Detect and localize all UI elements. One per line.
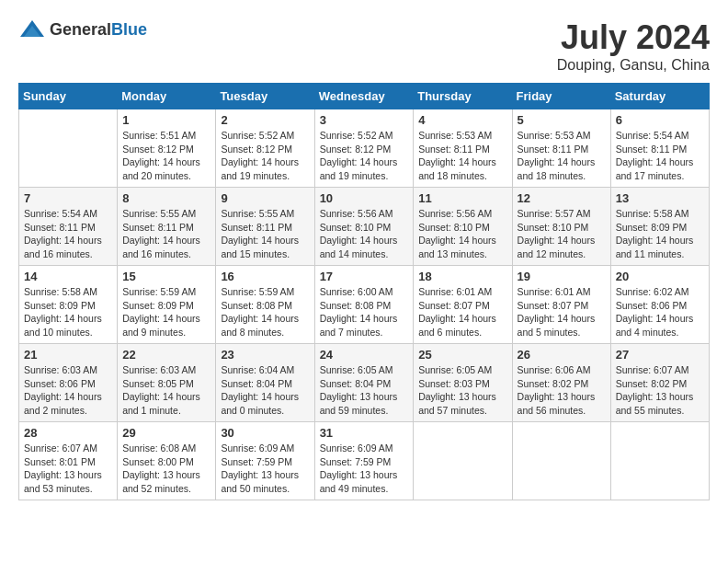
header-friday: Friday (512, 84, 610, 109)
day-info: Sunrise: 6:00 AMSunset: 8:08 PMDaylight:… (320, 285, 409, 339)
day-info: Sunrise: 5:59 AMSunset: 8:08 PMDaylight:… (221, 285, 309, 339)
day-cell: 30Sunrise: 6:09 AMSunset: 7:59 PMDayligh… (216, 422, 314, 500)
day-info: Sunrise: 6:08 AMSunset: 8:00 PMDaylight:… (122, 442, 210, 496)
day-cell: 14Sunrise: 5:58 AMSunset: 8:09 PMDayligh… (19, 266, 118, 344)
day-number: 1 (122, 113, 210, 127)
day-number: 28 (24, 426, 112, 440)
day-info: Sunrise: 6:04 AMSunset: 8:04 PMDaylight:… (221, 363, 309, 418)
week-row-3: 14Sunrise: 5:58 AMSunset: 8:09 PMDayligh… (19, 266, 710, 344)
day-cell: 5Sunrise: 5:53 AMSunset: 8:11 PMDaylight… (512, 109, 610, 188)
day-number: 29 (122, 426, 210, 440)
day-cell: 4Sunrise: 5:53 AMSunset: 8:11 PMDaylight… (414, 109, 512, 188)
day-cell: 25Sunrise: 6:05 AMSunset: 8:03 PMDayligh… (414, 344, 512, 422)
day-info: Sunrise: 5:58 AMSunset: 8:09 PMDaylight:… (24, 285, 112, 339)
day-info: Sunrise: 5:56 AMSunset: 8:10 PMDaylight:… (320, 207, 409, 261)
day-number: 5 (518, 113, 606, 127)
day-info: Sunrise: 6:07 AMSunset: 8:01 PMDaylight:… (24, 442, 112, 496)
day-cell: 7Sunrise: 5:54 AMSunset: 8:11 PMDaylight… (19, 188, 118, 266)
day-info: Sunrise: 5:58 AMSunset: 8:09 PMDaylight:… (616, 207, 704, 261)
location: Douping, Gansu, China (557, 57, 710, 74)
day-info: Sunrise: 6:02 AMSunset: 8:06 PMDaylight:… (616, 285, 704, 339)
day-cell: 11Sunrise: 5:56 AMSunset: 8:10 PMDayligh… (414, 188, 512, 266)
day-cell: 8Sunrise: 5:55 AMSunset: 8:11 PMDaylight… (118, 188, 216, 266)
day-number: 14 (24, 270, 112, 283)
day-number: 11 (418, 191, 506, 205)
day-number: 25 (418, 348, 506, 362)
day-info: Sunrise: 6:06 AMSunset: 8:02 PMDaylight:… (518, 363, 606, 418)
day-cell: 19Sunrise: 6:01 AMSunset: 8:07 PMDayligh… (512, 266, 610, 344)
day-info: Sunrise: 6:07 AMSunset: 8:02 PMDaylight:… (616, 363, 704, 418)
day-number: 6 (616, 113, 704, 127)
day-number: 21 (24, 348, 112, 362)
month-year: July 2024 (557, 18, 710, 57)
day-number: 22 (122, 348, 210, 362)
day-info: Sunrise: 5:56 AMSunset: 8:10 PMDaylight:… (418, 207, 506, 261)
logo: GeneralBlue (18, 18, 147, 40)
header-sunday: Sunday (19, 84, 118, 109)
logo-blue: Blue (111, 20, 147, 39)
day-cell: 6Sunrise: 5:54 AMSunset: 8:11 PMDaylight… (610, 109, 709, 188)
day-info: Sunrise: 5:54 AMSunset: 8:11 PMDaylight:… (24, 207, 112, 261)
day-number: 19 (518, 270, 606, 283)
day-info: Sunrise: 5:55 AMSunset: 8:11 PMDaylight:… (221, 207, 309, 261)
day-number: 23 (221, 348, 309, 362)
header-monday: Monday (118, 84, 216, 109)
day-info: Sunrise: 6:03 AMSunset: 8:06 PMDaylight:… (24, 363, 112, 418)
week-row-5: 28Sunrise: 6:07 AMSunset: 8:01 PMDayligh… (19, 422, 710, 500)
header-tuesday: Tuesday (216, 84, 314, 109)
day-number: 9 (221, 191, 309, 205)
calendar-header-row: SundayMondayTuesdayWednesdayThursdayFrid… (19, 84, 710, 109)
header-saturday: Saturday (610, 84, 709, 109)
day-cell: 26Sunrise: 6:06 AMSunset: 8:02 PMDayligh… (512, 344, 610, 422)
day-info: Sunrise: 6:05 AMSunset: 8:03 PMDaylight:… (418, 363, 506, 418)
day-info: Sunrise: 5:51 AMSunset: 8:12 PMDaylight:… (122, 129, 210, 183)
day-info: Sunrise: 5:53 AMSunset: 8:11 PMDaylight:… (518, 129, 606, 183)
day-cell: 29Sunrise: 6:08 AMSunset: 8:00 PMDayligh… (118, 422, 216, 500)
day-cell: 28Sunrise: 6:07 AMSunset: 8:01 PMDayligh… (19, 422, 118, 500)
day-cell: 2Sunrise: 5:52 AMSunset: 8:12 PMDaylight… (216, 109, 314, 188)
day-number: 10 (320, 191, 409, 205)
day-info: Sunrise: 6:01 AMSunset: 8:07 PMDaylight:… (418, 285, 506, 339)
day-info: Sunrise: 5:52 AMSunset: 8:12 PMDaylight:… (320, 129, 409, 183)
day-number: 16 (221, 270, 309, 283)
day-info: Sunrise: 5:53 AMSunset: 8:11 PMDaylight:… (418, 129, 506, 183)
day-number: 20 (616, 270, 704, 283)
day-info: Sunrise: 6:09 AMSunset: 7:59 PMDaylight:… (221, 442, 309, 496)
logo-icon (18, 18, 46, 40)
header-wednesday: Wednesday (314, 84, 414, 109)
day-cell: 15Sunrise: 5:59 AMSunset: 8:09 PMDayligh… (118, 266, 216, 344)
day-cell (610, 422, 709, 500)
day-number: 24 (320, 348, 409, 362)
day-number: 2 (221, 113, 309, 127)
day-info: Sunrise: 5:52 AMSunset: 8:12 PMDaylight:… (221, 129, 309, 183)
day-cell: 22Sunrise: 6:03 AMSunset: 8:05 PMDayligh… (118, 344, 216, 422)
day-cell: 23Sunrise: 6:04 AMSunset: 8:04 PMDayligh… (216, 344, 314, 422)
day-info: Sunrise: 6:09 AMSunset: 7:59 PMDaylight:… (320, 442, 409, 496)
logo-text: GeneralBlue (50, 20, 147, 40)
logo-general: General (50, 20, 111, 39)
day-cell: 16Sunrise: 5:59 AMSunset: 8:08 PMDayligh… (216, 266, 314, 344)
week-row-4: 21Sunrise: 6:03 AMSunset: 8:06 PMDayligh… (19, 344, 710, 422)
day-number: 26 (518, 348, 606, 362)
header-thursday: Thursday (414, 84, 512, 109)
day-number: 3 (320, 113, 409, 127)
day-cell: 10Sunrise: 5:56 AMSunset: 8:10 PMDayligh… (314, 188, 414, 266)
day-cell (414, 422, 512, 500)
week-row-2: 7Sunrise: 5:54 AMSunset: 8:11 PMDaylight… (19, 188, 710, 266)
day-number: 27 (616, 348, 704, 362)
day-number: 30 (221, 426, 309, 440)
page-header: GeneralBlue July 2024 Douping, Gansu, Ch… (18, 18, 710, 74)
day-cell: 13Sunrise: 5:58 AMSunset: 8:09 PMDayligh… (610, 188, 709, 266)
day-cell: 17Sunrise: 6:00 AMSunset: 8:08 PMDayligh… (314, 266, 414, 344)
day-number: 8 (122, 191, 210, 205)
week-row-1: 1Sunrise: 5:51 AMSunset: 8:12 PMDaylight… (19, 109, 710, 188)
day-info: Sunrise: 6:01 AMSunset: 8:07 PMDaylight:… (518, 285, 606, 339)
day-cell: 12Sunrise: 5:57 AMSunset: 8:10 PMDayligh… (512, 188, 610, 266)
day-number: 7 (24, 191, 112, 205)
day-info: Sunrise: 5:57 AMSunset: 8:10 PMDaylight:… (518, 207, 606, 261)
day-number: 18 (418, 270, 506, 283)
day-cell: 31Sunrise: 6:09 AMSunset: 7:59 PMDayligh… (314, 422, 414, 500)
day-info: Sunrise: 6:05 AMSunset: 8:04 PMDaylight:… (320, 363, 409, 418)
day-cell: 9Sunrise: 5:55 AMSunset: 8:11 PMDaylight… (216, 188, 314, 266)
day-info: Sunrise: 5:55 AMSunset: 8:11 PMDaylight:… (122, 207, 210, 261)
